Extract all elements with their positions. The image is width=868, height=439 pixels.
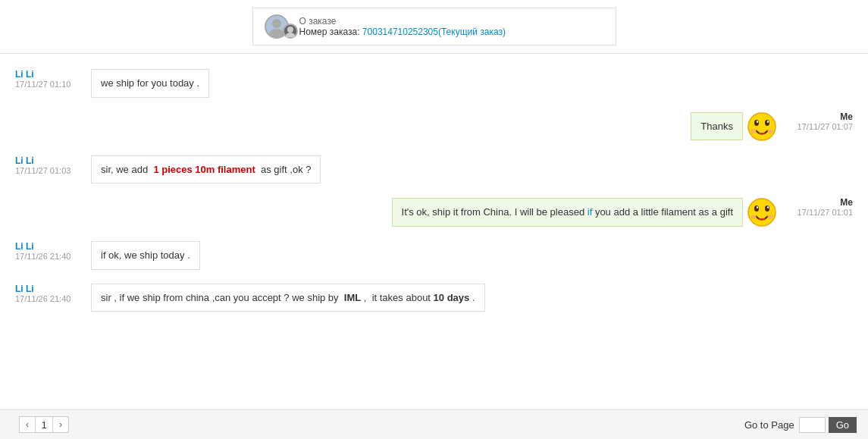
svg-point-14 [757,206,758,209]
message-time: 17/11/27 01:10 [15,80,83,89]
page-nav: ‹ 1 › [19,416,69,433]
message-row: Li Li 17/11/27 01:03 sir, we add 1 piece… [15,155,853,184]
sender-name: Me [785,197,853,208]
prev-page-button[interactable]: ‹ [19,416,36,433]
message-row: Me 17/11/27 01:01 It's ok, ship it from … [15,197,853,227]
sender-info: Li Li 17/11/27 01:10 [15,69,83,89]
sender-name: Li Li [15,284,83,294]
svg-point-17 [767,215,773,219]
message-time: 17/11/27 01:01 [785,208,853,217]
message-row: Me 17/11/27 01:07 Thanks [15,111,853,142]
svg-point-9 [750,129,757,133]
sender-info: Me 17/11/27 01:01 [785,197,853,217]
sender-name: Li Li [15,155,83,166]
svg-point-13 [765,205,769,212]
message-row: Li Li 17/11/27 01:10 we ship for you tod… [15,69,853,98]
sender-name: Li Li [15,241,83,252]
svg-point-4 [748,113,776,140]
svg-point-5 [754,120,759,126]
bubble: It's ok, ship it from China. I will be p… [392,198,743,227]
order-link[interactable]: 700314710252305(Текущий заказ) [362,27,506,37]
go-to-label: Go to Page [744,419,794,431]
svg-point-15 [767,206,769,209]
sender-info: Li Li 17/11/27 01:03 [15,155,83,175]
sender-info: Me 17/11/27 01:07 [785,111,853,131]
bubble: we ship for you today . [91,69,209,98]
avatar-group [265,14,292,39]
order-label: О заказе [299,16,506,27]
avatar-small [283,24,298,39]
message-time: 17/11/27 01:03 [15,166,83,175]
order-box: О заказе Номер заказа: 700314710252305(Т… [252,8,616,45]
messages-area: Li Li 17/11/27 01:10 we ship for you tod… [0,61,868,409]
bubble-wrapper: It's ok, ship it from China. I will be p… [392,197,777,227]
svg-point-2 [287,27,293,33]
pagination-footer: ‹ 1 › Go to Page Go [0,409,868,439]
svg-point-11 [748,199,776,226]
sender-info: Li Li 17/11/26 21:40 [15,284,83,303]
order-header: О заказе Номер заказа: 700314710252305(Т… [0,0,868,54]
svg-point-6 [765,120,769,126]
sender-name: Me [785,111,853,122]
smiley-emoji [747,111,777,142]
message-time: 17/11/27 01:07 [785,122,853,131]
order-number: Номер заказа: 700314710252305(Текущий за… [299,27,506,37]
svg-point-12 [754,205,759,212]
svg-point-7 [757,121,758,123]
bubble-wrapper: if ok, we ship today . [91,241,200,270]
svg-point-16 [750,215,757,219]
bubble: sir, we add 1 pieces 10m filament as gif… [91,155,321,184]
page-number: 1 [36,416,52,433]
page-goto-input[interactable] [799,417,826,433]
bubble-wrapper: we ship for you today . [91,69,209,98]
bubble-wrapper: sir , if we ship from china ,can you acc… [91,284,485,312]
message-time: 17/11/26 21:40 [15,252,83,261]
message-row: Li Li 17/11/26 21:40 sir , if we ship fr… [15,284,853,312]
bubble-wrapper: sir, we add 1 pieces 10m filament as gif… [91,155,321,184]
message-time: 17/11/26 21:40 [15,294,83,303]
svg-point-1 [269,29,284,37]
svg-point-3 [286,33,295,37]
sender-info: Li Li 17/11/26 21:40 [15,241,83,261]
go-button[interactable]: Go [829,417,857,433]
message-row: Li Li 17/11/26 21:40 if ok, we ship toda… [15,241,853,270]
smiley-emoji [747,197,777,227]
chat-container: О заказе Номер заказа: 700314710252305(Т… [0,0,868,439]
sender-name: Li Li [15,69,83,80]
bubble: sir , if we ship from china ,can you acc… [91,284,485,312]
svg-point-8 [767,121,769,123]
bubble: if ok, we ship today . [91,241,200,270]
bubble: Thanks [691,112,743,141]
svg-point-10 [767,129,773,133]
bubble-wrapper: Thanks [691,111,777,142]
next-page-button[interactable]: › [52,416,69,433]
order-info: О заказе Номер заказа: 700314710252305(Т… [299,16,506,37]
svg-point-0 [272,19,281,28]
